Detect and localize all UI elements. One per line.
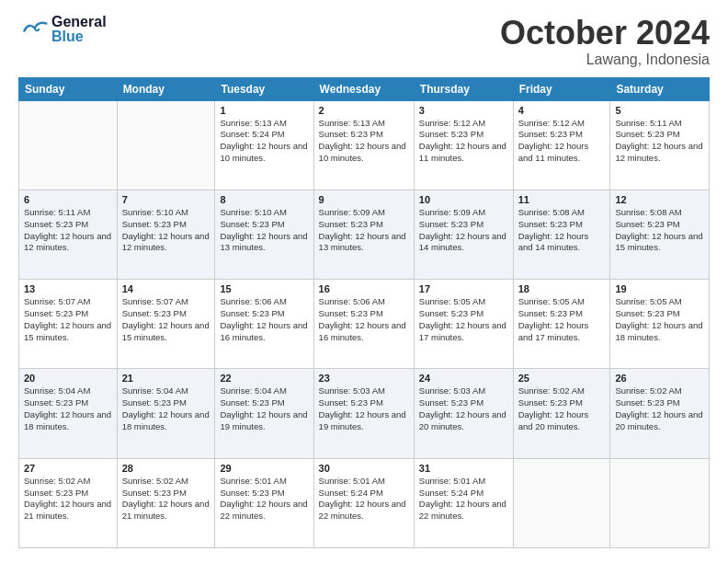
col-saturday: Saturday — [610, 77, 710, 100]
day-number: 3 — [419, 105, 508, 116]
day-number: 11 — [518, 194, 606, 205]
day-number: 8 — [220, 194, 308, 205]
day-number: 24 — [419, 373, 508, 384]
day-info: Sunrise: 5:05 AMSunset: 5:23 PMDaylight:… — [419, 296, 508, 343]
day-number: 20 — [24, 373, 112, 384]
day-number: 26 — [615, 373, 704, 384]
day-number: 27 — [24, 463, 112, 474]
calendar-cell: 6Sunrise: 5:11 AMSunset: 5:23 PMDaylight… — [19, 190, 118, 279]
calendar-cell: 19Sunrise: 5:05 AMSunset: 5:23 PMDayligh… — [610, 280, 710, 369]
calendar-cell: 12Sunrise: 5:08 AMSunset: 5:23 PMDayligh… — [610, 190, 710, 279]
day-info: Sunrise: 5:12 AMSunset: 5:23 PMDaylight:… — [419, 118, 508, 165]
day-number: 6 — [24, 194, 112, 205]
logo-icon — [18, 15, 48, 44]
day-info: Sunrise: 5:02 AMSunset: 5:23 PMDaylight:… — [518, 385, 606, 432]
day-info: Sunrise: 5:03 AMSunset: 5:23 PMDaylight:… — [419, 385, 508, 432]
day-info: Sunrise: 5:12 AMSunset: 5:23 PMDaylight:… — [518, 118, 606, 165]
title-block: October 2024 Lawang, Indonesia — [500, 15, 710, 68]
day-info: Sunrise: 5:01 AMSunset: 5:23 PMDaylight:… — [220, 476, 308, 523]
col-tuesday: Tuesday — [215, 77, 313, 100]
day-info: Sunrise: 5:06 AMSunset: 5:23 PMDaylight:… — [220, 296, 308, 343]
calendar-cell: 31Sunrise: 5:01 AMSunset: 5:24 PMDayligh… — [414, 458, 513, 547]
calendar-cell — [19, 100, 118, 190]
calendar-cell: 29Sunrise: 5:01 AMSunset: 5:23 PMDayligh… — [215, 458, 313, 547]
logo: General Blue — [18, 15, 107, 44]
day-number: 1 — [220, 105, 308, 116]
day-info: Sunrise: 5:11 AMSunset: 5:23 PMDaylight:… — [615, 118, 704, 165]
day-number: 12 — [615, 194, 704, 205]
day-number: 15 — [220, 283, 308, 294]
calendar-cell: 27Sunrise: 5:02 AMSunset: 5:23 PMDayligh… — [19, 458, 118, 547]
day-info: Sunrise: 5:05 AMSunset: 5:23 PMDaylight:… — [518, 296, 606, 343]
calendar-week-row-4: 20Sunrise: 5:04 AMSunset: 5:23 PMDayligh… — [19, 369, 710, 458]
day-info: Sunrise: 5:10 AMSunset: 5:23 PMDaylight:… — [220, 207, 308, 254]
month-title: October 2024 — [500, 15, 710, 52]
day-info: Sunrise: 5:04 AMSunset: 5:23 PMDaylight:… — [24, 385, 112, 432]
day-number: 14 — [122, 283, 210, 294]
calendar-cell: 21Sunrise: 5:04 AMSunset: 5:23 PMDayligh… — [117, 369, 215, 458]
calendar-week-row-2: 6Sunrise: 5:11 AMSunset: 5:23 PMDaylight… — [19, 190, 710, 279]
day-number: 13 — [24, 283, 112, 294]
day-info: Sunrise: 5:02 AMSunset: 5:23 PMDaylight:… — [122, 476, 210, 523]
calendar-cell — [117, 100, 215, 190]
calendar-cell: 18Sunrise: 5:05 AMSunset: 5:23 PMDayligh… — [513, 280, 610, 369]
calendar-cell — [610, 458, 710, 547]
day-number: 30 — [319, 463, 409, 474]
day-number: 4 — [518, 105, 606, 116]
day-info: Sunrise: 5:02 AMSunset: 5:23 PMDaylight:… — [24, 476, 112, 523]
day-number: 28 — [122, 463, 210, 474]
calendar-cell: 24Sunrise: 5:03 AMSunset: 5:23 PMDayligh… — [414, 369, 513, 458]
day-number: 9 — [319, 194, 409, 205]
day-number: 17 — [419, 283, 508, 294]
day-info: Sunrise: 5:06 AMSunset: 5:23 PMDaylight:… — [319, 296, 409, 343]
day-info: Sunrise: 5:11 AMSunset: 5:23 PMDaylight:… — [24, 207, 112, 254]
day-info: Sunrise: 5:13 AMSunset: 5:24 PMDaylight:… — [220, 118, 308, 165]
day-number: 7 — [122, 194, 210, 205]
day-info: Sunrise: 5:08 AMSunset: 5:23 PMDaylight:… — [518, 207, 606, 254]
day-number: 21 — [122, 373, 210, 384]
calendar-header-row: Sunday Monday Tuesday Wednesday Thursday… — [19, 77, 710, 100]
day-number: 23 — [319, 373, 409, 384]
day-number: 18 — [518, 283, 606, 294]
location: Lawang, Indonesia — [500, 52, 710, 68]
day-number: 31 — [419, 463, 508, 474]
calendar-cell: 10Sunrise: 5:09 AMSunset: 5:23 PMDayligh… — [414, 190, 513, 279]
logo-name: General Blue — [51, 15, 107, 44]
day-info: Sunrise: 5:05 AMSunset: 5:23 PMDaylight:… — [615, 296, 704, 343]
day-info: Sunrise: 5:02 AMSunset: 5:23 PMDaylight:… — [615, 385, 704, 432]
calendar-cell: 5Sunrise: 5:11 AMSunset: 5:23 PMDaylight… — [610, 100, 710, 190]
logo-blue-text: Blue — [51, 29, 107, 44]
calendar-cell: 28Sunrise: 5:02 AMSunset: 5:23 PMDayligh… — [117, 458, 215, 547]
col-sunday: Sunday — [19, 77, 118, 100]
calendar-cell: 14Sunrise: 5:07 AMSunset: 5:23 PMDayligh… — [117, 280, 215, 369]
logo-general-text: General — [51, 15, 107, 29]
day-number: 22 — [220, 373, 308, 384]
calendar-week-row-1: 1Sunrise: 5:13 AMSunset: 5:24 PMDaylight… — [19, 100, 710, 190]
calendar-cell: 9Sunrise: 5:09 AMSunset: 5:23 PMDaylight… — [313, 190, 414, 279]
calendar-week-row-3: 13Sunrise: 5:07 AMSunset: 5:23 PMDayligh… — [19, 280, 710, 369]
calendar-cell: 16Sunrise: 5:06 AMSunset: 5:23 PMDayligh… — [313, 280, 414, 369]
calendar-cell: 13Sunrise: 5:07 AMSunset: 5:23 PMDayligh… — [19, 280, 118, 369]
calendar-week-row-5: 27Sunrise: 5:02 AMSunset: 5:23 PMDayligh… — [19, 458, 710, 547]
col-wednesday: Wednesday — [313, 77, 414, 100]
day-info: Sunrise: 5:04 AMSunset: 5:23 PMDaylight:… — [122, 385, 210, 432]
day-info: Sunrise: 5:04 AMSunset: 5:23 PMDaylight:… — [220, 385, 308, 432]
day-number: 29 — [220, 463, 308, 474]
calendar-cell — [513, 458, 610, 547]
day-number: 5 — [615, 105, 704, 116]
calendar-cell: 26Sunrise: 5:02 AMSunset: 5:23 PMDayligh… — [610, 369, 710, 458]
day-number: 10 — [419, 194, 508, 205]
day-info: Sunrise: 5:09 AMSunset: 5:23 PMDaylight:… — [419, 207, 508, 254]
col-thursday: Thursday — [414, 77, 513, 100]
calendar-table: Sunday Monday Tuesday Wednesday Thursday… — [18, 77, 710, 548]
calendar-cell: 30Sunrise: 5:01 AMSunset: 5:24 PMDayligh… — [313, 458, 414, 547]
day-number: 19 — [615, 283, 704, 294]
calendar-cell: 7Sunrise: 5:10 AMSunset: 5:23 PMDaylight… — [117, 190, 215, 279]
day-info: Sunrise: 5:10 AMSunset: 5:23 PMDaylight:… — [122, 207, 210, 254]
calendar-cell: 15Sunrise: 5:06 AMSunset: 5:23 PMDayligh… — [215, 280, 313, 369]
day-info: Sunrise: 5:07 AMSunset: 5:23 PMDaylight:… — [122, 296, 210, 343]
calendar-cell: 3Sunrise: 5:12 AMSunset: 5:23 PMDaylight… — [414, 100, 513, 190]
calendar-cell: 25Sunrise: 5:02 AMSunset: 5:23 PMDayligh… — [513, 369, 610, 458]
calendar-cell: 17Sunrise: 5:05 AMSunset: 5:23 PMDayligh… — [414, 280, 513, 369]
col-friday: Friday — [513, 77, 610, 100]
